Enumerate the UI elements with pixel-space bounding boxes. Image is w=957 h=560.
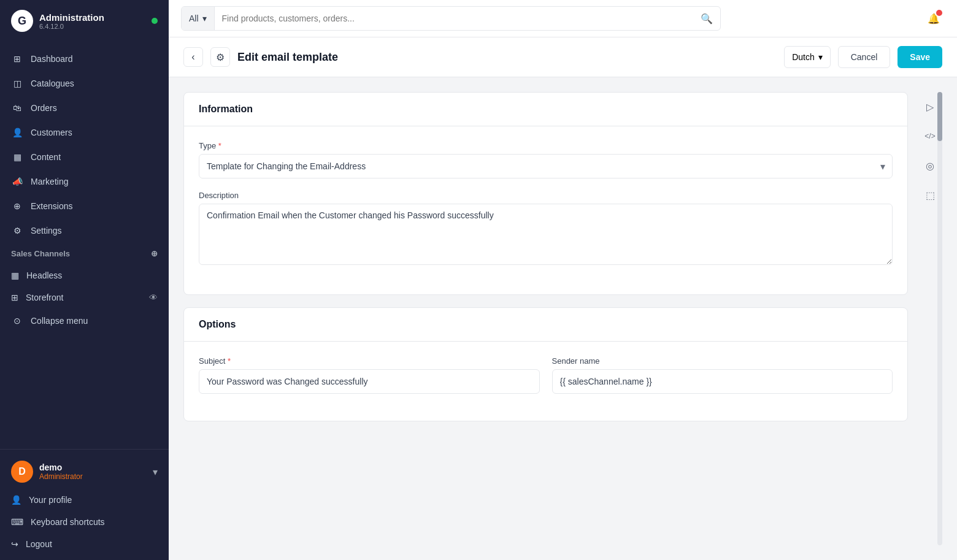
status-dot <box>152 18 158 24</box>
page-body: Information Type * Template for Changing… <box>169 77 957 560</box>
user-row[interactable]: D demo Administrator ▾ <box>0 455 169 489</box>
customers-icon: 👤 <box>11 126 23 139</box>
sidebar-nav: ⊞ Dashboard ◫ Catalogues 🛍 Orders 👤 Cust… <box>0 42 169 449</box>
search-submit-icon[interactable]: 🔍 <box>693 13 720 25</box>
footer-item-keyboard[interactable]: ⌨ Keyboard shortcuts <box>0 511 169 533</box>
sidebar-item-label: Customers <box>31 128 72 137</box>
extensions-icon: ⊕ <box>11 200 23 212</box>
options-card-title: Options <box>199 319 236 329</box>
sidebar-item-label: Dashboard <box>31 54 73 64</box>
description-textarea[interactable] <box>199 204 893 265</box>
footer-item-label: Your profile <box>29 495 72 505</box>
sidebar-item-label: Collapse menu <box>31 316 88 326</box>
storefront-icon: ⊞ <box>11 293 18 302</box>
headless-icon: ▦ <box>11 270 19 280</box>
type-label: Type * <box>199 141 893 150</box>
language-chevron-icon: ▾ <box>818 52 823 62</box>
app-version: 6.4.12.0 <box>39 23 104 30</box>
sidebar-item-catalogues[interactable]: ◫ Catalogues <box>0 71 169 96</box>
user-chevron-icon: ▾ <box>153 466 158 478</box>
sidebar-item-label: Content <box>31 152 61 162</box>
options-two-col: Subject * Sender name <box>199 356 893 406</box>
options-card-header: Options <box>184 308 907 342</box>
sidebar-item-collapse[interactable]: ⊙ Collapse menu <box>0 309 169 333</box>
type-select[interactable]: Template for Changing the Email-Address … <box>199 154 893 178</box>
sidebar-item-marketing[interactable]: 📣 Marketing <box>0 169 169 194</box>
storefront-eye-icon: 👁 <box>149 293 158 302</box>
keyboard-icon: ⌨ <box>11 517 23 527</box>
user-role: Administrator <box>39 472 83 481</box>
options-card-body: Subject * Sender name <box>184 342 907 421</box>
sidebar-item-label: Orders <box>31 103 57 113</box>
sidebar-footer: D demo Administrator ▾ 👤 Your profile ⌨ … <box>0 449 169 560</box>
subject-field-group: Subject * <box>199 356 540 394</box>
sidebar-item-customers[interactable]: 👤 Customers <box>0 120 169 145</box>
catalogues-icon: ◫ <box>11 77 23 90</box>
subject-input[interactable] <box>199 369 540 394</box>
sidebar-item-content[interactable]: ▦ Content <box>0 145 169 169</box>
sidebar-item-label: Headless <box>26 270 62 280</box>
footer-item-logout[interactable]: ↪ Logout <box>0 533 169 555</box>
subject-required-marker: * <box>228 356 231 366</box>
description-label: Description <box>199 191 893 200</box>
sender-name-label: Sender name <box>552 356 893 366</box>
sidebar-item-label: Settings <box>31 226 62 236</box>
search-all-chevron-icon: ▾ <box>202 13 207 23</box>
scrollbar-track <box>937 92 942 545</box>
footer-item-label: Keyboard shortcuts <box>31 517 105 527</box>
information-card-title: Information <box>199 104 253 114</box>
sidebar-item-label: Marketing <box>31 177 68 186</box>
settings-nav-icon: ⚙ <box>11 224 23 237</box>
page-content: ‹ ⚙ Edit email template Dutch ▾ Cancel S… <box>169 37 957 560</box>
search-input[interactable] <box>215 13 693 23</box>
sidebar-item-headless[interactable]: ▦ Headless <box>0 264 169 286</box>
orders-icon: 🛍 <box>11 102 23 114</box>
type-field-group: Type * Template for Changing the Email-A… <box>199 141 893 178</box>
logout-icon: ↪ <box>11 539 18 549</box>
content-icon: ▦ <box>11 151 23 163</box>
cancel-button[interactable]: Cancel <box>838 46 891 68</box>
sender-name-input[interactable] <box>552 369 893 394</box>
notification-button[interactable]: 🔔 <box>923 7 945 29</box>
type-select-wrapper: Template for Changing the Email-Address … <box>199 154 893 178</box>
type-required-marker: * <box>218 141 221 150</box>
app-name: Administration <box>39 12 104 23</box>
sales-channels-label: Sales Channels <box>11 249 70 258</box>
footer-item-label: Logout <box>26 539 52 549</box>
information-card: Information Type * Template for Changing… <box>183 92 908 295</box>
information-card-header: Information <box>184 93 907 126</box>
subject-label: Subject * <box>199 356 540 366</box>
search-all-button[interactable]: All ▾ <box>182 7 215 30</box>
sidebar-item-extensions[interactable]: ⊕ Extensions <box>0 194 169 218</box>
footer-item-profile[interactable]: 👤 Your profile <box>0 489 169 511</box>
form-area: Information Type * Template for Changing… <box>183 92 908 545</box>
search-wrapper: All ▾ 🔍 <box>181 6 721 31</box>
back-button[interactable]: ‹ <box>183 47 203 67</box>
save-button[interactable]: Save <box>897 46 942 68</box>
marketing-icon: 📣 <box>11 175 23 188</box>
topbar: All ▾ 🔍 🔔 <box>169 0 957 37</box>
options-card: Options Subject * <box>183 307 908 421</box>
add-sales-channel-icon[interactable]: ⊕ <box>151 249 158 258</box>
sidebar-item-label: Extensions <box>31 201 72 211</box>
sidebar-item-orders[interactable]: 🛍 Orders <box>0 96 169 120</box>
search-all-label: All <box>189 13 199 23</box>
page-title: Edit email template <box>237 51 777 64</box>
settings-button[interactable]: ⚙ <box>210 47 230 67</box>
sidebar-item-storefront[interactable]: ⊞ Storefront 👁 <box>0 286 169 309</box>
language-label: Dutch <box>792 52 815 62</box>
sidebar-item-settings[interactable]: ⚙ Settings <box>0 218 169 243</box>
scrollbar-thumb[interactable] <box>937 92 942 141</box>
right-toolbar: ▷ </> ◎ ⬚ <box>918 92 942 545</box>
notification-badge <box>936 10 942 16</box>
avatar: D <box>11 461 33 483</box>
sidebar-item-dashboard[interactable]: ⊞ Dashboard <box>0 47 169 71</box>
information-card-body: Type * Template for Changing the Email-A… <box>184 126 907 294</box>
sales-channels-section: Sales Channels ⊕ <box>0 243 169 264</box>
dashboard-icon: ⊞ <box>11 53 23 65</box>
sidebar-item-label: Catalogues <box>31 79 74 88</box>
app-logo: G <box>11 10 33 32</box>
description-field-group: Description <box>199 191 893 267</box>
user-name: demo <box>39 462 83 472</box>
language-selector[interactable]: Dutch ▾ <box>784 46 831 68</box>
